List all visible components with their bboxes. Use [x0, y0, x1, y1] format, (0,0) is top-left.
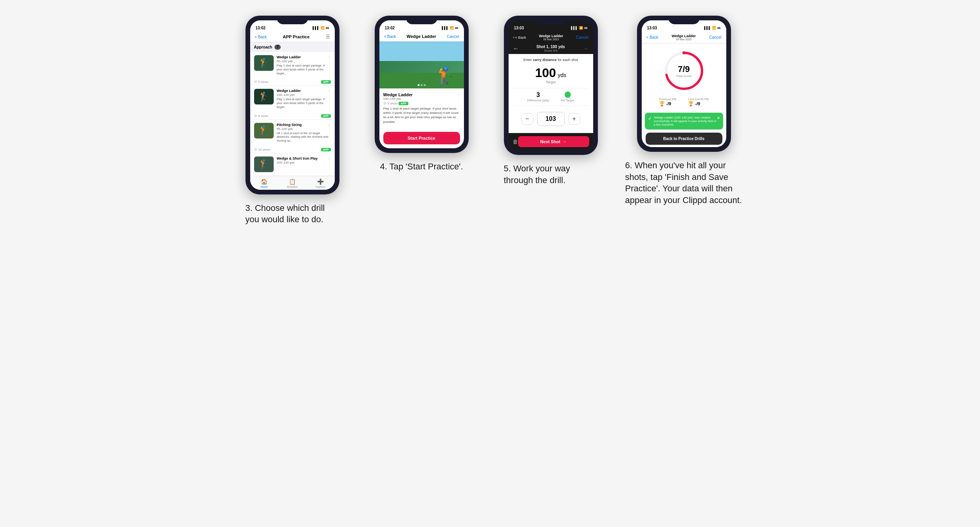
star-icon-3[interactable]: ☆ [327, 123, 331, 127]
tab-activities[interactable]: 📋 Activities [278, 178, 307, 188]
hit-target-label: Hit Target [561, 99, 574, 102]
shots-label-3: ⏱ 10 shots [254, 148, 270, 151]
cancel-btn-2[interactable]: Cancel [447, 34, 459, 39]
cancel-btn-4[interactable]: Cancel [709, 35, 721, 40]
tab-capture-label: Capture [316, 185, 325, 188]
target-label: Target [513, 80, 589, 84]
star-icon-s2[interactable]: ☆ [457, 92, 460, 97]
tab-capture[interactable]: ➕ Capture [307, 178, 335, 188]
next-shot-nav-icon[interactable]: → [583, 45, 588, 52]
signal-icon-2: ▌▌▌ [442, 26, 449, 30]
drill-yds-1: 50–100 yds [277, 59, 331, 63]
score-circle: 7/9 Total Score [662, 49, 706, 92]
phone-2-screen: 13:02 ▌▌▌ 📶 46 < Back Wedge Ladder Cance… [379, 20, 464, 148]
previous-pb: Previous PB 🏆 -/9 [659, 97, 676, 106]
drill-footer-2: ⏱ 9 shots APP [250, 113, 335, 120]
yds-input[interactable]: 103 [537, 112, 565, 126]
input-row: − 103 + [513, 109, 589, 129]
back-btn-2[interactable]: < Back [384, 34, 396, 39]
hero-sky [379, 41, 464, 61]
battery-icon-2: 46 [455, 26, 458, 30]
hit-target-dot [565, 92, 571, 98]
drill-info-2: Wedge Ladder ☆ 100–140 yds Play 1 shot a… [277, 89, 331, 109]
pb-row: Previous PB 🏆 -/9 Last month PB 🏆 -/9 [642, 94, 726, 110]
tab-home[interactable]: 🏠 Home [250, 178, 278, 188]
nav-title-1: APP Practice [283, 34, 309, 39]
drill-yds-4: 100–140 yds [277, 161, 331, 164]
toast-close-btn[interactable]: ✕ [717, 116, 720, 120]
back-btn-4[interactable]: < Back [646, 35, 659, 40]
drill-name-1: Wedge Ladder [277, 55, 301, 59]
s2-drill-yds: 100–140 yds [383, 97, 413, 101]
nav-title-top-3: Wedge Ladder [539, 34, 563, 38]
time-2: 13:02 [385, 26, 395, 30]
drill-desc-2: Play 1 shot at each target yardage. If y… [277, 97, 331, 109]
hamburger-icon[interactable]: ☰ [326, 34, 330, 40]
star-icon-1[interactable]: ☆ [327, 55, 331, 59]
nav-title-bot-3: 06 Mar 2023 [539, 38, 563, 41]
nav-bar-1: < Back APP Practice ☰ [250, 32, 335, 42]
prev-shot-icon[interactable]: ← [513, 45, 519, 52]
score-label: Total Score [676, 74, 691, 78]
lastmonth-pb-val: 🏆 -/9 [688, 101, 708, 106]
drill-card-4[interactable]: 🏌️ Wedge & Short Iron Play ☆ 100–140 yds [250, 153, 335, 175]
dot-3 [424, 84, 426, 86]
section-count: 7 [274, 45, 281, 50]
decrement-btn[interactable]: − [522, 113, 533, 125]
drill-desc-3: Hit 1 shot at each of the 10 target dist… [277, 131, 331, 143]
drill-thumb-1: 🏌️ [254, 55, 274, 71]
back-btn-1[interactable]: < Back [255, 35, 267, 39]
star-icon-4[interactable]: ☆ [327, 156, 331, 161]
s2-info-card: Wedge Ladder 100–140 yds ☆ ⏱ 9 shots APP… [379, 88, 464, 128]
caption-1: 3. Choose which drill you would like to … [245, 202, 339, 225]
difference-val: 3 [527, 92, 549, 99]
app-badge-1: APP [321, 80, 330, 84]
thumb-img-2: 🏌️ [254, 89, 274, 104]
previous-pb-label: Previous PB [659, 97, 676, 101]
lastmonth-pb-label: Last month PB [688, 97, 708, 101]
drill-content: Enter carry distance for each shot 100 y… [509, 54, 593, 133]
next-shot-btn[interactable]: Next Shot → [518, 136, 589, 147]
lastmonth-pb-num: -/9 [695, 101, 700, 106]
cancel-btn-3[interactable]: Cancel [576, 35, 588, 40]
score-circle-container: 7/9 Total Score [642, 43, 726, 94]
thumb-img-1: 🏌️ [254, 55, 274, 71]
capture-icon: ➕ [317, 178, 324, 185]
phone-1-screen: 13:02 ▌▌▌ 📶 46 < Back APP Practice ☰ App… [250, 20, 335, 190]
s2-drill-title: Wedge Ladder [383, 92, 413, 97]
previous-pb-num: -/9 [666, 101, 671, 106]
next-arrow-icon: → [562, 139, 567, 144]
app-badge-3: APP [321, 148, 330, 151]
score-num: 7/9 [676, 64, 691, 74]
shot-info: Shot 1, 100 yds Score 5/9 [536, 45, 565, 52]
carry-bold: carry distance [533, 58, 557, 62]
signal-icon-3: ▌▌▌ [571, 26, 578, 30]
back-drills-btn[interactable]: Back to Practice Drills [646, 133, 722, 145]
trash-icon[interactable]: 🗑 [513, 138, 518, 145]
phone-3: 13:03 ▌▌▌ 📶 46 ‹ < Back Wedge Ladder 06 … [504, 16, 598, 155]
drill-footer-1: ⏱ 9 shots APP [250, 79, 335, 86]
phone-2: 13:02 ▌▌▌ 📶 46 < Back Wedge Ladder Cance… [375, 16, 469, 153]
drill-footer-3: ⏱ 10 shots APP [250, 146, 335, 153]
drill-yds-2: 100–140 yds [277, 93, 331, 97]
column-3: 13:03 ▌▌▌ 📶 46 ‹ < Back Wedge Ladder 06 … [492, 16, 610, 186]
app-badge-2: APP [321, 114, 330, 118]
increment-btn[interactable]: + [569, 113, 580, 125]
drill-card-1[interactable]: 🏌️ Wedge Ladder ☆ 50–100 yds Play 1 shot… [250, 52, 335, 78]
drill-name-3: Pitching String [277, 123, 302, 127]
target-unit: yds [558, 72, 567, 78]
activities-icon: 📋 [289, 178, 296, 185]
start-practice-btn[interactable]: Start Practice [383, 132, 460, 144]
nav-bar-4: < Back Wedge Ladder 06 Mar 2023 Cancel [642, 32, 726, 43]
next-shot-label: Next Shot [540, 139, 560, 144]
drill-card-2[interactable]: 🏌️ Wedge Ladder ☆ 100–140 yds Play 1 sho… [250, 86, 335, 112]
s2-drill-desc: Play 1 shot at each target yardage. If y… [383, 106, 460, 124]
back-label-3: < Back [515, 36, 526, 40]
drill-card-3[interactable]: 🏌️ Pitching String ☆ 55–100 yds Hit 1 sh… [250, 120, 335, 146]
drill-info-1: Wedge Ladder ☆ 50–100 yds Play 1 shot at… [277, 55, 331, 75]
dot-2 [421, 84, 422, 86]
back-btn-3[interactable]: ‹ < Back [513, 35, 526, 40]
star-icon-2[interactable]: ☆ [327, 89, 331, 93]
wifi-icon-4: 📶 [712, 26, 716, 30]
svg-point-2 [682, 51, 686, 54]
